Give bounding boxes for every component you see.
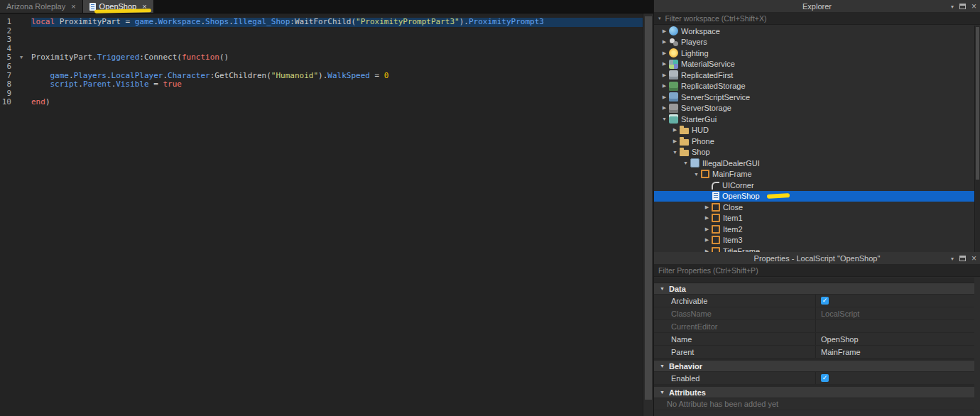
code-line[interactable]: 5▼ProximityPart.Triggered:Connect(functi… [0,53,643,62]
tree-item-titleframe[interactable]: ▶TitleFrame [654,246,974,252]
line-number: 10 [0,98,11,107]
code-line[interactable]: 3 [0,35,643,45]
expand-arrow-icon[interactable]: ▶ [660,61,669,67]
tree-item-lighting[interactable]: ▶Lighting [654,48,974,59]
archivable-checkbox[interactable]: ✓ [821,297,829,305]
folder-icon [680,139,689,146]
expand-arrow-icon[interactable]: ▶ [660,83,669,89]
prop-value-parent[interactable]: MainFrame [816,346,974,358]
tree-item-serverstorage[interactable]: ▶ServerStorage [654,103,974,114]
tree-item-item3[interactable]: ▶Item3 [654,235,974,246]
properties-filter-input[interactable]: Filter Properties (Ctrl+Shift+P) [654,265,980,277]
prop-row-classname: ClassNameLocalScript [654,307,974,320]
fold-arrow-icon [11,62,31,72]
tree-item-shop[interactable]: ▼Shop [654,147,974,158]
expand-arrow-icon[interactable]: ▶ [660,105,669,111]
tree-item-item1[interactable]: ▶Item1 [654,213,974,224]
expand-arrow-icon[interactable]: ▶ [702,204,712,210]
expand-arrow-icon[interactable]: ▶ [660,94,669,100]
tree-item-players[interactable]: ▶Players [654,37,974,48]
properties-grid: ▼DataArchivable✓ClassNameLocalScriptCurr… [654,283,974,416]
lighting-icon [669,48,678,58]
prop-value-archivable[interactable]: ✓ [816,295,974,307]
expand-arrow-icon[interactable]: ▶ [660,28,669,34]
prop-label: Name [654,333,816,345]
workspace-icon [669,26,678,35]
code-text: end) [31,98,643,107]
tree-item-materialservice[interactable]: ▶MaterialService [654,59,974,70]
frame-icon [701,170,709,178]
fold-arrow-icon [11,35,31,45]
prop-value-currenteditor [816,320,974,332]
tree-item-openshop[interactable]: OpenShop [654,191,974,202]
code-editor[interactable]: 1local ProximityPart = game.Workspace.Sh… [0,13,643,416]
expand-arrow-icon[interactable]: ▶ [670,127,680,133]
tree-item-phone[interactable]: ▶Phone [654,136,974,147]
close-icon[interactable]: × [971,252,976,265]
expand-arrow-icon[interactable]: ▶ [660,50,669,56]
close-icon[interactable]: × [971,0,976,13]
prop-value-enabled[interactable]: ✓ [816,372,974,384]
tree-item-replicatedfirst[interactable]: ▶ReplicatedFirst [654,70,974,81]
scrollbar-thumb[interactable] [976,27,979,180]
enabled-checkbox[interactable]: ✓ [821,374,829,382]
section-attributes[interactable]: ▼Attributes [654,387,974,398]
frame-icon [712,214,720,222]
chevron-down-icon[interactable]: ▾ [951,4,954,10]
tree-item-uicorner[interactable]: UICorner [654,180,974,191]
expand-arrow-icon[interactable]: ▼ [681,160,690,165]
tab-openshop[interactable]: OpenShop× [83,0,154,13]
properties-filter-placeholder: Filter Properties (Ctrl+Shift+P) [658,266,758,275]
line-number: 6 [0,62,11,72]
tree-item-item2[interactable]: ▶Item2 [654,224,974,235]
tree-item-hud[interactable]: ▶HUD [654,125,974,136]
expand-arrow-icon[interactable]: ▶ [670,138,680,144]
editor-vertical-scrollbar[interactable] [643,13,653,416]
section-behavior[interactable]: ▼Behavior [654,361,974,372]
fold-arrow-icon[interactable]: ▼ [11,53,31,62]
explorer-scrollbar[interactable] [974,26,980,252]
section-data[interactable]: ▼Data [654,283,974,295]
code-line[interactable]: 9 [0,89,643,99]
expand-arrow-icon[interactable]: ▼ [670,150,680,155]
scrollbar-thumb[interactable] [645,16,652,400]
expand-arrow-icon[interactable]: ▶ [660,72,669,78]
dock-window-icon[interactable] [959,256,966,261]
dock-window-icon[interactable] [959,4,966,9]
prop-row-enabled: Enabled✓ [654,372,974,385]
properties-header: Properties - LocalScript "OpenShop" ▾ × [654,252,980,265]
localscript-icon [712,192,719,200]
tree-item-label: MaterialService [681,60,735,68]
tab-close-icon[interactable]: × [71,2,75,11]
tree-item-serverscriptservice[interactable]: ▶ServerScriptService [654,92,974,103]
expand-arrow-icon[interactable]: ▶ [660,39,669,45]
folder-icon [680,150,689,156]
code-line[interactable]: 10end) [0,98,643,107]
tree-item-startergui[interactable]: ▼StarterGui [654,114,974,125]
properties-spacer [654,278,974,283]
highlight-annotation [94,9,151,13]
expand-arrow-icon[interactable]: ▼ [660,116,669,121]
tree-item-replicatedstorage[interactable]: ▶ReplicatedStorage [654,81,974,92]
tree-item-mainframe[interactable]: ▼MainFrame [654,169,974,180]
chevron-down-icon[interactable]: ▾ [951,256,954,262]
tree-item-workspace[interactable]: ▶Workspace [654,26,974,37]
code-line[interactable]: 2 [0,27,643,36]
expand-arrow-icon[interactable]: ▶ [702,237,712,243]
tree-item-label: OpenShop [722,192,760,200]
tree-item-illegaldealergui[interactable]: ▼IllegalDealerGUI [654,158,974,169]
uicorner-icon [712,182,719,190]
explorer-filter-input[interactable]: ▾ Filter workspace (Ctrl+Shift+X) [654,13,980,25]
code-text: script.Parent.Visible = true [31,80,643,89]
code-line[interactable]: 8 script.Parent.Visible = true [0,80,643,89]
expand-arrow-icon[interactable]: ▶ [702,215,712,221]
replicated-storage-icon [669,82,678,91]
prop-value-name[interactable]: OpenShop [816,333,974,345]
tab-arizona-roleplay[interactable]: Arizona Roleplay× [0,0,83,13]
tree-item-close[interactable]: ▶Close [654,202,974,213]
expand-arrow-icon[interactable]: ▶ [702,226,712,232]
tab-label: Arizona Roleplay [6,2,65,11]
expand-arrow-icon[interactable]: ▼ [692,172,701,177]
tree-item-label: Lighting [681,49,709,58]
code-line[interactable]: 1local ProximityPart = game.Workspace.Sh… [0,18,643,27]
